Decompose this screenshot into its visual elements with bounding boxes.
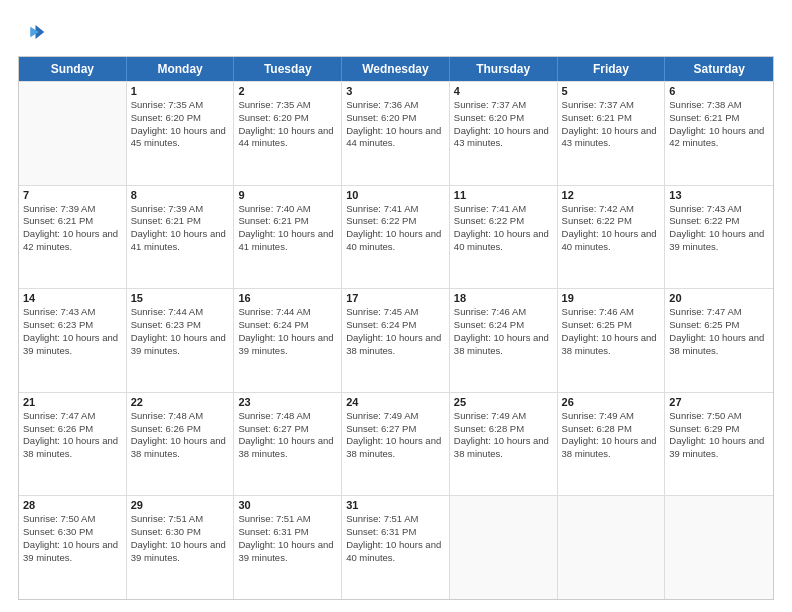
cal-cell: 22Sunrise: 7:48 AMSunset: 6:26 PMDayligh… [127, 393, 235, 496]
cal-cell: 21Sunrise: 7:47 AMSunset: 6:26 PMDayligh… [19, 393, 127, 496]
cal-cell: 27Sunrise: 7:50 AMSunset: 6:29 PMDayligh… [665, 393, 773, 496]
day-info: Sunrise: 7:49 AMSunset: 6:28 PMDaylight:… [562, 410, 661, 461]
cal-cell: 3Sunrise: 7:36 AMSunset: 6:20 PMDaylight… [342, 82, 450, 185]
day-number: 18 [454, 292, 553, 304]
day-info: Sunrise: 7:51 AMSunset: 6:31 PMDaylight:… [346, 513, 445, 564]
cal-cell: 8Sunrise: 7:39 AMSunset: 6:21 PMDaylight… [127, 186, 235, 289]
day-info: Sunrise: 7:35 AMSunset: 6:20 PMDaylight:… [238, 99, 337, 150]
day-info: Sunrise: 7:39 AMSunset: 6:21 PMDaylight:… [23, 203, 122, 254]
day-number: 25 [454, 396, 553, 408]
day-number: 21 [23, 396, 122, 408]
header-saturday: Saturday [665, 57, 773, 81]
day-info: Sunrise: 7:49 AMSunset: 6:28 PMDaylight:… [454, 410, 553, 461]
day-number: 23 [238, 396, 337, 408]
cal-cell [665, 496, 773, 599]
cal-cell: 20Sunrise: 7:47 AMSunset: 6:25 PMDayligh… [665, 289, 773, 392]
day-number: 14 [23, 292, 122, 304]
cal-row-3: 14Sunrise: 7:43 AMSunset: 6:23 PMDayligh… [19, 288, 773, 392]
cal-cell: 15Sunrise: 7:44 AMSunset: 6:23 PMDayligh… [127, 289, 235, 392]
day-info: Sunrise: 7:51 AMSunset: 6:31 PMDaylight:… [238, 513, 337, 564]
day-number: 19 [562, 292, 661, 304]
day-info: Sunrise: 7:46 AMSunset: 6:24 PMDaylight:… [454, 306, 553, 357]
day-info: Sunrise: 7:35 AMSunset: 6:20 PMDaylight:… [131, 99, 230, 150]
cal-cell: 11Sunrise: 7:41 AMSunset: 6:22 PMDayligh… [450, 186, 558, 289]
cal-cell: 18Sunrise: 7:46 AMSunset: 6:24 PMDayligh… [450, 289, 558, 392]
day-info: Sunrise: 7:36 AMSunset: 6:20 PMDaylight:… [346, 99, 445, 150]
day-info: Sunrise: 7:45 AMSunset: 6:24 PMDaylight:… [346, 306, 445, 357]
day-number: 30 [238, 499, 337, 511]
day-number: 5 [562, 85, 661, 97]
day-number: 28 [23, 499, 122, 511]
day-info: Sunrise: 7:48 AMSunset: 6:27 PMDaylight:… [238, 410, 337, 461]
day-number: 22 [131, 396, 230, 408]
cal-cell: 9Sunrise: 7:40 AMSunset: 6:21 PMDaylight… [234, 186, 342, 289]
cal-cell: 26Sunrise: 7:49 AMSunset: 6:28 PMDayligh… [558, 393, 666, 496]
cal-cell: 7Sunrise: 7:39 AMSunset: 6:21 PMDaylight… [19, 186, 127, 289]
day-number: 26 [562, 396, 661, 408]
day-number: 8 [131, 189, 230, 201]
logo-icon [18, 18, 46, 46]
cal-cell: 29Sunrise: 7:51 AMSunset: 6:30 PMDayligh… [127, 496, 235, 599]
day-number: 17 [346, 292, 445, 304]
day-info: Sunrise: 7:37 AMSunset: 6:20 PMDaylight:… [454, 99, 553, 150]
day-info: Sunrise: 7:50 AMSunset: 6:30 PMDaylight:… [23, 513, 122, 564]
cal-cell: 10Sunrise: 7:41 AMSunset: 6:22 PMDayligh… [342, 186, 450, 289]
day-number: 10 [346, 189, 445, 201]
header-sunday: Sunday [19, 57, 127, 81]
cal-cell: 13Sunrise: 7:43 AMSunset: 6:22 PMDayligh… [665, 186, 773, 289]
day-number: 12 [562, 189, 661, 201]
cal-cell: 4Sunrise: 7:37 AMSunset: 6:20 PMDaylight… [450, 82, 558, 185]
day-info: Sunrise: 7:41 AMSunset: 6:22 PMDaylight:… [346, 203, 445, 254]
day-info: Sunrise: 7:43 AMSunset: 6:22 PMDaylight:… [669, 203, 769, 254]
day-number: 9 [238, 189, 337, 201]
day-info: Sunrise: 7:41 AMSunset: 6:22 PMDaylight:… [454, 203, 553, 254]
day-info: Sunrise: 7:42 AMSunset: 6:22 PMDaylight:… [562, 203, 661, 254]
header-tuesday: Tuesday [234, 57, 342, 81]
header-thursday: Thursday [450, 57, 558, 81]
cal-cell [19, 82, 127, 185]
day-info: Sunrise: 7:40 AMSunset: 6:21 PMDaylight:… [238, 203, 337, 254]
day-number: 11 [454, 189, 553, 201]
day-number: 6 [669, 85, 769, 97]
day-number: 20 [669, 292, 769, 304]
day-number: 13 [669, 189, 769, 201]
day-info: Sunrise: 7:46 AMSunset: 6:25 PMDaylight:… [562, 306, 661, 357]
day-info: Sunrise: 7:48 AMSunset: 6:26 PMDaylight:… [131, 410, 230, 461]
calendar-body: 1Sunrise: 7:35 AMSunset: 6:20 PMDaylight… [19, 81, 773, 599]
cal-cell: 16Sunrise: 7:44 AMSunset: 6:24 PMDayligh… [234, 289, 342, 392]
cal-cell: 19Sunrise: 7:46 AMSunset: 6:25 PMDayligh… [558, 289, 666, 392]
cal-cell: 30Sunrise: 7:51 AMSunset: 6:31 PMDayligh… [234, 496, 342, 599]
day-number: 15 [131, 292, 230, 304]
day-info: Sunrise: 7:38 AMSunset: 6:21 PMDaylight:… [669, 99, 769, 150]
cal-cell [450, 496, 558, 599]
day-number: 24 [346, 396, 445, 408]
day-info: Sunrise: 7:39 AMSunset: 6:21 PMDaylight:… [131, 203, 230, 254]
day-info: Sunrise: 7:47 AMSunset: 6:25 PMDaylight:… [669, 306, 769, 357]
cal-cell: 14Sunrise: 7:43 AMSunset: 6:23 PMDayligh… [19, 289, 127, 392]
cal-cell: 24Sunrise: 7:49 AMSunset: 6:27 PMDayligh… [342, 393, 450, 496]
day-info: Sunrise: 7:43 AMSunset: 6:23 PMDaylight:… [23, 306, 122, 357]
day-info: Sunrise: 7:49 AMSunset: 6:27 PMDaylight:… [346, 410, 445, 461]
day-info: Sunrise: 7:51 AMSunset: 6:30 PMDaylight:… [131, 513, 230, 564]
day-number: 3 [346, 85, 445, 97]
day-info: Sunrise: 7:44 AMSunset: 6:24 PMDaylight:… [238, 306, 337, 357]
day-number: 16 [238, 292, 337, 304]
cal-cell: 28Sunrise: 7:50 AMSunset: 6:30 PMDayligh… [19, 496, 127, 599]
calendar-header: SundayMondayTuesdayWednesdayThursdayFrid… [19, 57, 773, 81]
day-info: Sunrise: 7:50 AMSunset: 6:29 PMDaylight:… [669, 410, 769, 461]
page: SundayMondayTuesdayWednesdayThursdayFrid… [0, 0, 792, 612]
cal-cell: 6Sunrise: 7:38 AMSunset: 6:21 PMDaylight… [665, 82, 773, 185]
header [18, 18, 774, 46]
day-info: Sunrise: 7:37 AMSunset: 6:21 PMDaylight:… [562, 99, 661, 150]
header-wednesday: Wednesday [342, 57, 450, 81]
day-number: 7 [23, 189, 122, 201]
day-number: 29 [131, 499, 230, 511]
cal-cell: 17Sunrise: 7:45 AMSunset: 6:24 PMDayligh… [342, 289, 450, 392]
cal-cell: 31Sunrise: 7:51 AMSunset: 6:31 PMDayligh… [342, 496, 450, 599]
calendar: SundayMondayTuesdayWednesdayThursdayFrid… [18, 56, 774, 600]
day-number: 27 [669, 396, 769, 408]
day-number: 4 [454, 85, 553, 97]
cal-row-4: 21Sunrise: 7:47 AMSunset: 6:26 PMDayligh… [19, 392, 773, 496]
cal-cell: 5Sunrise: 7:37 AMSunset: 6:21 PMDaylight… [558, 82, 666, 185]
cal-row-1: 1Sunrise: 7:35 AMSunset: 6:20 PMDaylight… [19, 81, 773, 185]
